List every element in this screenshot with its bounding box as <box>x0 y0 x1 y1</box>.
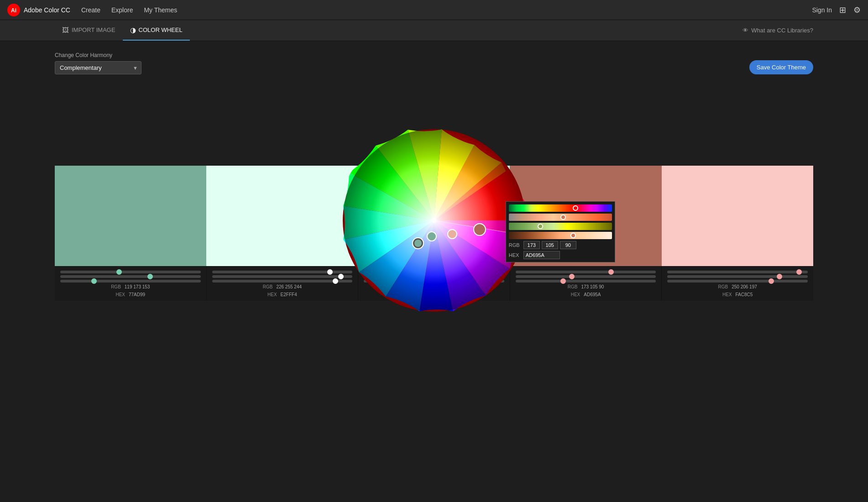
slider-row-b2 <box>212 280 353 282</box>
color-strip-3[interactable] <box>509 223 612 230</box>
harmony-select-wrapper[interactable]: Complementary Analogous Triadic Split Co… <box>55 61 141 74</box>
swatch-5-hex-label: HEX <box>722 292 732 297</box>
settings-icon[interactable]: ⚙ <box>853 5 861 15</box>
nav-explore[interactable]: Explore <box>111 5 133 16</box>
app-name: Adobe Color CC <box>24 6 70 14</box>
slider-r5[interactable] <box>667 271 808 273</box>
save-color-theme-button[interactable]: Save Color Theme <box>749 60 813 74</box>
color-strip-4[interactable] <box>509 232 612 239</box>
harmony-section: Change Color Harmony Complementary Analo… <box>55 52 141 74</box>
slider-b5[interactable] <box>667 280 808 282</box>
tab-import-image[interactable]: 🖼 IMPORT IMAGE <box>55 20 123 41</box>
slider-b4[interactable] <box>516 280 656 282</box>
popup-rgb-values: 173 105 90 <box>523 241 576 249</box>
adobe-logo-icon: Ai <box>7 4 20 16</box>
color-picker-popup: RGB 173 105 90 HEX AD695A <box>506 201 615 262</box>
cc-libraries-text: What are CC Libraries? <box>751 27 813 34</box>
slider-row-b1 <box>60 280 201 282</box>
controls-row: Change Color Harmony Complementary Analo… <box>55 52 813 74</box>
swatch-1-rgb-label: RGB <box>111 284 121 289</box>
slider-b2[interactable] <box>212 280 353 282</box>
swatch-4-rgb-label: RGB <box>568 284 578 289</box>
slider-row-g2 <box>212 275 353 278</box>
slider-r4[interactable] <box>516 271 656 273</box>
swatch-2-hex-value: E2FFF4 <box>281 292 297 297</box>
slider-g5[interactable] <box>667 275 808 278</box>
wheel-handle-1[interactable] <box>413 238 424 249</box>
slider-row-b4 <box>516 280 656 282</box>
swatch-5-info: RGB 250 206 197 HEX FAC8C5 <box>667 284 808 297</box>
popup-hex-row: HEX AD695A <box>509 251 612 259</box>
popup-hex-value[interactable]: AD695A <box>523 251 560 259</box>
swatch-5[interactable] <box>662 166 813 266</box>
swatch-4-hex-value: AD695A <box>584 292 601 297</box>
wheel-handle-2[interactable] <box>427 232 436 241</box>
swatch-1-hex-value: 77AD99 <box>129 292 145 297</box>
slider-row-g1 <box>60 275 201 278</box>
svg-point-9 <box>448 230 457 239</box>
swatch-5-hex-value: FAC8C5 <box>736 292 753 297</box>
popup-g-value[interactable]: 105 <box>542 241 558 249</box>
tab-color-wheel-label: COLOR WHEEL <box>139 26 183 33</box>
popup-rgb-label: RGB <box>509 242 522 248</box>
cc-libraries-link[interactable]: 👁 What are CC Libraries? <box>743 27 813 34</box>
tab-import-image-label: IMPORT IMAGE <box>72 26 115 33</box>
swatch-5-rgb-value: 250 206 197 <box>732 284 757 290</box>
nav-right: Sign In ⊞ ⚙ <box>812 5 861 15</box>
swatch-2-info: RGB 226 255 244 HEX E2FFF4 <box>212 284 353 297</box>
swatch-4-controls: RGB 173 105 90 HEX AD695A <box>510 266 662 301</box>
svg-point-7 <box>414 240 422 247</box>
wheel-center <box>432 218 436 223</box>
tab-color-wheel[interactable]: ◑ COLOR WHEEL <box>123 20 190 41</box>
swatch-2-hex-label: HEX <box>267 292 277 297</box>
slider-row-g4 <box>516 275 656 278</box>
svg-point-8 <box>427 232 436 241</box>
slider-g2[interactable] <box>212 275 353 278</box>
color-strip-2[interactable] <box>509 214 612 221</box>
swatch-2-rgb-label: RGB <box>263 284 273 289</box>
sub-nav: 🖼 IMPORT IMAGE ◑ COLOR WHEEL 👁 What are … <box>0 20 868 41</box>
main-content: Change Color Harmony Complementary Analo… <box>0 41 868 312</box>
popup-b-value[interactable]: 90 <box>560 241 576 249</box>
swatch-4-info: RGB 173 105 90 HEX AD695A <box>516 284 656 297</box>
svg-point-10 <box>474 224 486 235</box>
top-nav: Ai Adobe Color CC Create Explore My Them… <box>0 0 868 20</box>
harmony-label: Change Color Harmony <box>55 52 141 58</box>
sub-nav-tabs: 🖼 IMPORT IMAGE ◑ COLOR WHEEL <box>55 20 190 41</box>
slider-row-r4 <box>516 271 656 273</box>
swatch-1[interactable] <box>55 166 206 266</box>
wheel-handle-3[interactable] <box>448 230 457 239</box>
slider-g4[interactable] <box>516 275 656 278</box>
slider-row-r5 <box>667 271 808 273</box>
slider-r1[interactable] <box>60 271 201 273</box>
slider-row-r2 <box>212 271 353 273</box>
swatch-1-info: RGB 119 173 153 HEX 77AD99 <box>60 284 201 297</box>
slider-r2[interactable] <box>212 271 353 273</box>
color-wheel-wrapper <box>338 129 530 316</box>
logo[interactable]: Ai Adobe Color CC <box>7 4 70 16</box>
swatch-1-rgb-value: 119 173 153 <box>125 284 150 290</box>
popup-rgb-row: RGB 173 105 90 <box>509 241 612 249</box>
color-strip-1[interactable] <box>509 204 612 212</box>
swatch-2[interactable] <box>206 166 358 266</box>
harmony-select[interactable]: Complementary Analogous Triadic Split Co… <box>55 61 141 74</box>
popup-hex-label: HEX <box>509 252 522 258</box>
slider-row-r1 <box>60 271 201 273</box>
swatch-5-rgb-label: RGB <box>718 284 728 289</box>
nav-my-themes[interactable]: My Themes <box>144 5 177 16</box>
swatch-1-hex-label: HEX <box>115 292 125 297</box>
slider-row-b5 <box>667 280 808 282</box>
swatch-2-controls: RGB 226 255 244 HEX E2FFF4 <box>207 266 359 301</box>
slider-b1[interactable] <box>60 280 201 282</box>
apps-icon[interactable]: ⊞ <box>839 5 846 15</box>
popup-r-value[interactable]: 173 <box>523 241 540 249</box>
nav-links: Create Explore My Themes <box>81 5 177 16</box>
wheel-handle-4[interactable] <box>474 224 486 235</box>
swatch-4-hex-label: HEX <box>571 292 580 297</box>
signin-link[interactable]: Sign In <box>812 6 832 14</box>
nav-create[interactable]: Create <box>81 5 100 16</box>
slider-g1[interactable] <box>60 275 201 278</box>
svg-text:Ai: Ai <box>11 7 16 14</box>
slider-row-g5 <box>667 275 808 278</box>
color-wheel-container[interactable] <box>338 125 530 316</box>
